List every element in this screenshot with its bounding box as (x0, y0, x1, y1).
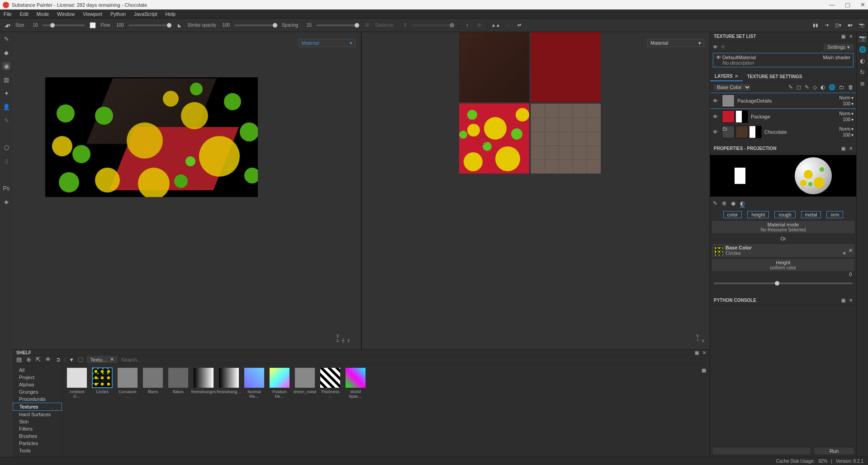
shelf-item[interactable]: Normal Ma… (243, 367, 265, 399)
shelf-item[interactable]: flakes (167, 367, 189, 394)
channel-pill-rough[interactable]: rough (774, 211, 795, 218)
close-icon[interactable]: ✕ (860, 1, 865, 8)
shelf-category-item[interactable]: Alphas (13, 381, 62, 388)
menu-viewport[interactable]: Viewport (83, 11, 102, 17)
viewport-2d-mode-dropdown[interactable]: Material▾ (647, 39, 704, 47)
console-close-icon[interactable]: ✕ (849, 298, 853, 303)
layer-folder-icon[interactable]: 🗀 (839, 84, 844, 90)
shelf-category-item[interactable]: All (13, 366, 62, 374)
polygon-fill-tool-icon[interactable]: ▥ (2, 75, 10, 84)
shelf-export-icon[interactable]: ➲ (56, 356, 61, 363)
prop-tab-brush-icon[interactable]: ✎ (713, 200, 717, 207)
layer-effect-icon[interactable]: ✎ (788, 84, 793, 90)
channel-pill-height[interactable]: height (747, 211, 769, 218)
geometry-tool-icon[interactable]: ⬡ (2, 143, 10, 151)
shelf-item[interactable]: Thickness … (319, 367, 341, 399)
console-undock-icon[interactable]: ▣ (841, 298, 845, 303)
camera-icon[interactable]: ■▾ (848, 23, 853, 28)
shelf-category-item[interactable]: Skin (13, 418, 62, 425)
base-color-swatch-icon[interactable] (714, 246, 723, 255)
mirror-icon[interactable]: ▲▲ (492, 22, 499, 29)
layer-visibility-icon[interactable]: 👁 (713, 114, 719, 119)
projection-tool-icon[interactable]: ◉ (2, 62, 10, 70)
layer-folder-thumbnail-icon[interactable]: 🗀 (722, 126, 735, 138)
menu-python[interactable]: Python (110, 11, 126, 17)
viewer-settings-icon[interactable]: 📷 (859, 35, 866, 42)
channel-pill-metal[interactable]: metal (801, 211, 821, 218)
layer-mask-thumbnail-icon[interactable] (735, 110, 748, 123)
layer-thumbnail-icon[interactable] (735, 126, 748, 138)
layer-name[interactable]: PackageDetails (737, 98, 837, 103)
layers-tab-close-icon[interactable]: ✕ (735, 74, 738, 79)
shelf-category-item[interactable]: Tools (13, 447, 62, 454)
shelf-item[interactable]: Curvature … (117, 367, 138, 399)
layer-row[interactable]: 👁 PackageDetails Norm ▾100 ▾ (710, 93, 856, 109)
tsl-close-icon[interactable]: ✕ (849, 34, 853, 39)
clone-tool-icon[interactable]: 👤 (2, 103, 10, 111)
shelf-collapse-icon[interactable]: ⇱ (36, 356, 41, 363)
tab-layers[interactable]: LAYERS✕ (710, 72, 743, 81)
shelf-category-item[interactable]: Hard Surfaces (13, 411, 62, 418)
layer-visibility-icon[interactable]: 👁 (713, 129, 719, 135)
quick-mask-icon[interactable]: ▯ (2, 157, 10, 165)
layer-fill-icon[interactable]: ◇ (813, 84, 817, 90)
shelf-item[interactable]: Circles (91, 367, 113, 394)
pause-icon[interactable]: ▮▮ (813, 23, 818, 28)
mirror-settings-icon[interactable]: ↔ (504, 22, 511, 29)
texture-set-item[interactable]: 👁 DefaultMaterialMain shader No descript… (713, 53, 854, 67)
prop-tab-alpha-icon[interactable]: ⊗ (722, 200, 726, 207)
smudge-tool-icon[interactable]: ✦ (2, 89, 10, 97)
layer-mask-thumbnail-icon[interactable] (749, 126, 762, 138)
resource-icon[interactable]: ◈ (2, 197, 10, 206)
shelf-item[interactable]: World Spac… (345, 367, 366, 399)
shelf-category-item[interactable]: Procedurals (13, 395, 62, 403)
layer-mask-icon[interactable]: ◻ (797, 84, 801, 90)
tsl-solo-icon[interactable]: 👁 (721, 44, 726, 50)
shelf-category-item[interactable]: Filters (13, 425, 62, 432)
tab-texture-set-settings[interactable]: TEXTURE SET SETTINGS (743, 72, 807, 81)
menu-edit[interactable]: Edit (20, 11, 28, 17)
viewport-3d[interactable]: Material▾ (13, 32, 361, 349)
properties-undock-icon[interactable]: ▣ (841, 146, 845, 151)
display-mode-icon[interactable]: ▫▾ (825, 23, 829, 28)
run-button[interactable]: Run (814, 447, 854, 455)
shelf-item[interactable]: sheen_noise (294, 367, 316, 394)
stroke-opacity-slider[interactable] (234, 24, 277, 26)
shelf-tab[interactable]: Textu…✕ (87, 356, 118, 363)
shelf-undock-icon[interactable]: ▣ (695, 350, 699, 355)
shelf-close-icon[interactable]: ✕ (702, 350, 706, 355)
tsl-settings-button[interactable]: Settings▾ (824, 44, 854, 51)
shelf-category-item[interactable]: Particles (13, 440, 62, 447)
shelf-home-icon[interactable]: ▤ (16, 356, 22, 363)
picker-tool-icon[interactable]: ✎ (2, 116, 10, 124)
tsl-undock-icon[interactable]: ▣ (841, 34, 845, 39)
flow-slider[interactable] (128, 24, 171, 26)
layer-row[interactable]: 👁 🗀 Chocolate Norm ▾100 ▾ (710, 124, 856, 140)
log-icon[interactable]: ≣ (860, 80, 865, 87)
viewport-2d[interactable]: Material▾ (362, 32, 710, 349)
layer-smart-icon[interactable]: ✎ (805, 84, 809, 90)
screenshot-icon[interactable]: 📷 (859, 23, 864, 28)
shelf-item[interactable]: fresnelranges (193, 367, 214, 394)
eraser-tool-icon[interactable]: ◆ (2, 48, 10, 56)
layer-visibility-icon[interactable]: 👁 (713, 98, 719, 103)
shelf-view-mode-icon[interactable]: ▦ (702, 367, 706, 373)
shelf-hide-icon[interactable]: 👁 (45, 356, 51, 363)
shelf-category-item[interactable]: Brushes (13, 432, 62, 440)
shader-settings-icon[interactable]: ◐ (860, 57, 865, 64)
layer-thumbnail-icon[interactable] (722, 110, 735, 123)
perspective-icon[interactable]: ◫▾ (835, 23, 841, 28)
channel-pill-color[interactable]: color (723, 211, 742, 218)
size-slider[interactable] (42, 24, 85, 26)
shelf-category-item[interactable]: Textures (13, 403, 62, 411)
flow-swatch-icon[interactable] (90, 22, 96, 28)
symmetry-icon[interactable]: ↕ (464, 22, 471, 29)
tsl-visibility-icon[interactable]: 👁 (713, 44, 718, 50)
shelf-item[interactable]: Ambient O… (66, 367, 88, 399)
swap-icon[interactable]: ⇄ (516, 22, 523, 29)
brush-preset-icon[interactable]: ◢▾ (4, 22, 11, 29)
properties-close-icon[interactable]: ✕ (849, 146, 853, 151)
console-input[interactable] (712, 447, 811, 455)
menu-help[interactable]: Help (166, 11, 176, 17)
distance-slider[interactable] (411, 24, 454, 26)
